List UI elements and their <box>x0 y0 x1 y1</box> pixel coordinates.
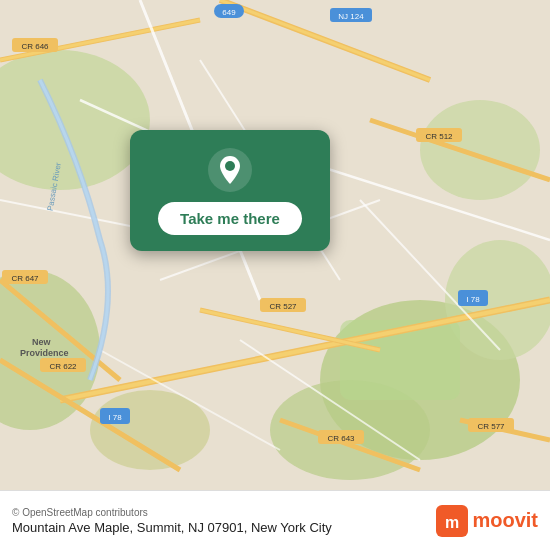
svg-text:649: 649 <box>222 8 236 17</box>
svg-text:I 78: I 78 <box>466 295 480 304</box>
svg-point-4 <box>420 100 540 200</box>
svg-text:CR 512: CR 512 <box>425 132 453 141</box>
location-pin-icon <box>208 148 252 192</box>
svg-text:Providence: Providence <box>20 348 69 358</box>
bottom-bar: © OpenStreetMap contributors Mountain Av… <box>0 490 550 550</box>
svg-text:I 78: I 78 <box>108 413 122 422</box>
svg-point-57 <box>225 161 235 171</box>
moovit-icon: m <box>436 505 468 537</box>
address-text: Mountain Ave Maple, Summit, NJ 07901, Ne… <box>12 520 332 535</box>
svg-text:NJ 124: NJ 124 <box>338 12 364 21</box>
svg-text:CR 622: CR 622 <box>49 362 77 371</box>
moovit-brand-text: moovit <box>472 509 538 532</box>
osm-credit: © OpenStreetMap contributors <box>12 507 332 518</box>
svg-text:CR 527: CR 527 <box>269 302 297 311</box>
svg-text:CR 646: CR 646 <box>21 42 49 51</box>
svg-text:New: New <box>32 337 52 347</box>
svg-text:m: m <box>445 514 459 531</box>
popup-card: Take me there <box>130 130 330 251</box>
svg-text:CR 577: CR 577 <box>477 422 505 431</box>
moovit-logo: m moovit <box>436 505 538 537</box>
bottom-left: © OpenStreetMap contributors Mountain Av… <box>12 507 332 535</box>
svg-text:CR 647: CR 647 <box>11 274 39 283</box>
map-container: CR 646 NJ 124 649 CR 647 CR 527 CR 622 I… <box>0 0 550 490</box>
svg-text:CR 643: CR 643 <box>327 434 355 443</box>
take-me-there-button[interactable]: Take me there <box>158 202 302 235</box>
